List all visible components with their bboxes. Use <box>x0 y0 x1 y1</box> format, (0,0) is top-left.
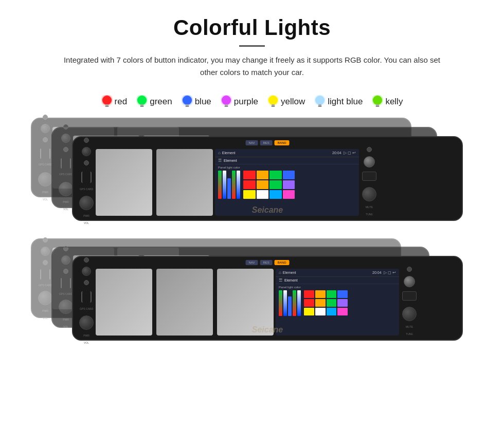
pwr-knob-main <box>79 196 94 210</box>
color-label-lightblue: light blue <box>328 97 363 107</box>
pwr-lbl: PWR <box>42 309 48 312</box>
vol-lbl: VOL <box>43 316 48 320</box>
time-bot: 20:04 <box>372 271 382 274</box>
screen-visuals <box>218 171 356 199</box>
band-btn: BAND <box>275 140 290 145</box>
dot-button <box>63 147 68 152</box>
pwr-lbl-f: PWR <box>83 334 89 337</box>
tune-label: TUNE <box>366 213 373 216</box>
svg-rect-8 <box>185 106 189 107</box>
inactive-bot-a <box>96 269 152 336</box>
gb-9 <box>304 308 314 315</box>
tune-lbl-bot: TUNE <box>406 332 413 336</box>
devices-section: GPS CARD PWR VOL GPS CARD PWR VOL <box>0 118 504 367</box>
color-item-green: green <box>136 95 172 108</box>
vol-lbl-f: VOL <box>84 341 89 344</box>
dot-btn-tl <box>84 138 89 143</box>
knob-pwr-2 <box>59 182 73 196</box>
vol-label: VOL <box>43 198 48 201</box>
hamburger-bot: ☰ <box>279 278 282 283</box>
nav-btn-bot: NAV <box>246 260 258 265</box>
bulb-kelly <box>372 95 383 108</box>
bulb-yellow <box>267 95 279 108</box>
gc-12 <box>283 190 295 199</box>
right-knob-bot <box>404 276 415 287</box>
inactive-screen-a <box>96 149 152 216</box>
color-item-lightblue: light blue <box>314 95 363 108</box>
gc-1 <box>243 171 256 179</box>
left-btns-b2: GPS CARD PWR VOL <box>38 237 52 320</box>
bars-bot <box>279 290 301 316</box>
right-knob <box>364 156 375 167</box>
device-top-buttons-bot: NAV RES BAND <box>246 260 290 265</box>
gps-slot <box>40 269 50 280</box>
bulb-green <box>136 95 148 108</box>
gb-3 <box>327 290 337 298</box>
gb-12 <box>337 308 348 315</box>
screen-app-bot: Element <box>283 271 296 274</box>
screen-home-area: ⌂ Element <box>218 151 236 155</box>
svg-point-0 <box>102 96 112 105</box>
panel-lbl-bot: Panel light color <box>279 286 396 289</box>
gb-10 <box>315 308 326 315</box>
pwr-knob-f <box>79 315 94 330</box>
gps-slot-f <box>81 291 92 303</box>
bar-2 <box>223 171 226 199</box>
dot-tl <box>84 257 89 263</box>
bar-1 <box>218 171 222 199</box>
color-label-green: green <box>150 97 172 107</box>
color-item-purple: purple <box>221 95 258 108</box>
svg-rect-14 <box>272 106 275 107</box>
knob <box>61 255 70 265</box>
screen-element-label: Element <box>224 159 237 162</box>
gb-5 <box>304 299 314 307</box>
dot <box>43 237 48 243</box>
gb-1 <box>304 290 314 298</box>
svg-point-12 <box>268 96 278 105</box>
bar-b4 <box>293 290 296 316</box>
res-btn-bot: RES <box>260 260 272 265</box>
gb-11 <box>327 308 337 315</box>
knob-menu <box>41 124 50 133</box>
dot <box>63 246 68 251</box>
title-divider <box>239 45 265 47</box>
pwr-label: PWR <box>42 191 48 194</box>
header-description: Integrated with 7 colors of button indic… <box>59 54 445 79</box>
bar-b2 <box>283 290 287 316</box>
left-btns-b1: GPS CARD PWR VOL <box>59 246 73 328</box>
svg-point-15 <box>315 96 325 105</box>
hamburger-icon: ☰ <box>218 158 222 163</box>
tune-knob <box>362 187 376 201</box>
vol-label-2: VOL <box>63 208 68 211</box>
tune-knob-bot <box>402 307 417 321</box>
device-stack-bottom: GPS CARD PWR VOL GPS CARD PWR VOL <box>31 238 473 351</box>
gc-5 <box>243 180 256 189</box>
element-lbl-bot: Element <box>284 278 298 282</box>
inactive-bot-b <box>156 269 213 336</box>
bar-b1 <box>279 290 282 316</box>
gc-2 <box>257 171 269 179</box>
dot-btn-tr <box>367 147 372 152</box>
bar-b5 <box>297 290 301 316</box>
device-stack-top: GPS CARD PWR VOL GPS CARD PWR VOL <box>31 118 473 223</box>
color-bars-visual <box>218 171 240 199</box>
dot <box>63 269 68 274</box>
svg-rect-17 <box>318 106 322 107</box>
gps-label-f: GPS CARD <box>80 307 93 310</box>
gc-10 <box>257 190 269 199</box>
dot-bl <box>84 280 89 285</box>
nav-btn: NAV <box>246 140 258 145</box>
dot-button <box>63 124 68 129</box>
bar-b3 <box>288 296 292 316</box>
dot-button <box>43 137 48 142</box>
res-btn: RES <box>260 140 272 145</box>
color-label-blue: blue <box>195 97 211 107</box>
color-grid-visual <box>243 171 295 199</box>
dot-button <box>43 115 48 120</box>
bar-5 <box>237 171 240 199</box>
color-label-red: red <box>115 97 128 107</box>
gc-8 <box>283 180 295 189</box>
screen-home-bot: ⌂ Element <box>279 270 296 275</box>
gps-label-main: GPS CARD <box>80 188 93 191</box>
gc-9 <box>243 190 256 199</box>
